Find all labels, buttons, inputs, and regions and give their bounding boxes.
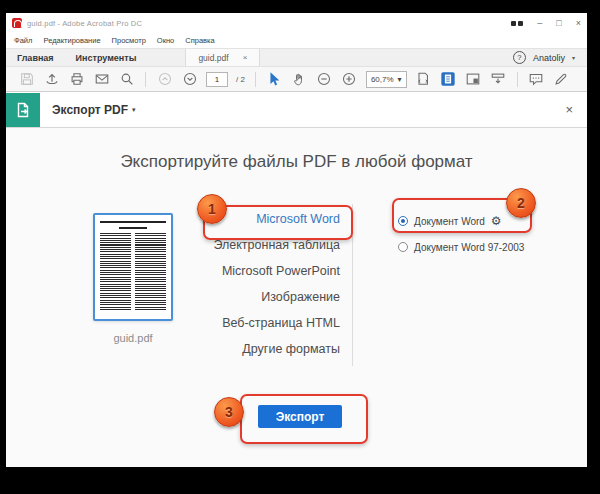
chevron-down-icon: ▾ [398,75,402,84]
tab-home[interactable]: Главная [6,49,65,66]
search-icon[interactable] [118,71,135,88]
menu-window[interactable]: Окно [157,36,174,45]
previous-page-icon[interactable] [156,71,173,88]
chevron-down-icon[interactable]: ▾ [132,106,136,114]
format-powerpoint[interactable]: Microsoft PowerPoint [136,258,340,284]
zoom-out-icon[interactable] [316,71,333,88]
select-tool-icon[interactable] [266,71,283,88]
hand-tool-icon[interactable] [291,71,308,88]
share-icon[interactable] [43,71,60,88]
zoom-in-icon[interactable] [341,71,358,88]
toolbar-separator [517,72,518,87]
email-icon[interactable] [93,71,110,88]
fill-sign-pen-icon[interactable] [553,71,570,88]
step-badge-1: 1 [197,194,227,224]
comment-icon[interactable] [528,71,545,88]
print-icon[interactable] [68,71,85,88]
hide-toolbar-icon[interactable] [490,71,507,88]
export-pdf-content: Экспортируйте файлы PDF в любой формат g… [6,128,587,467]
tab-bar: Главная Инструменты guid.pdf × ? Anatoli… [6,48,587,66]
menu-help[interactable]: Справка [185,36,214,45]
two-page-view-icon[interactable] [465,71,482,88]
radio-unselected-icon[interactable] [398,242,408,252]
panel-title: Экспорт PDF [52,103,128,117]
toolbar: / 2 60,7% ▾ [6,66,587,92]
option-word-97-2003[interactable]: Документ Word 97-2003 [398,238,524,256]
page-title: Экспортируйте файлы PDF в любой формат [6,152,587,172]
menu-bar: Файл Редактирование Просмотр Окно Справк… [6,33,587,48]
page-number-input[interactable] [206,72,228,87]
window-title: guid.pdf - Adobe Acrobat Pro DC [27,19,142,28]
help-icon[interactable]: ? [513,51,526,64]
maximize-button[interactable]: □ [556,19,561,28]
annotation-rect-3 [240,394,368,444]
tab-document-label: guid.pdf [198,53,228,63]
acrobat-window: guid.pdf - Adobe Acrobat Pro DC – □ × Фа… [6,13,587,467]
overlay-marker-icon [511,21,523,26]
option-label: Документ Word 97-2003 [414,242,524,253]
acrobat-app-icon [12,18,22,28]
menu-file[interactable]: Файл [14,36,32,45]
title-bar: guid.pdf - Adobe Acrobat Pro DC – □ × [6,13,587,33]
step-badge-2: 2 [506,188,536,218]
toolbar-separator [145,72,146,87]
export-pdf-icon [6,93,40,127]
tab-tools[interactable]: Инструменты [65,49,148,66]
screenshot-frame: guid.pdf - Adobe Acrobat Pro DC – □ × Фа… [0,0,600,494]
toolbar-separator [255,72,256,87]
save-icon[interactable] [18,71,35,88]
menu-edit[interactable]: Редактирование [43,36,100,45]
tab-close-icon[interactable]: × [243,53,248,62]
zoom-level-dropdown[interactable]: 60,7% ▾ [366,71,407,88]
export-pdf-panel-header: Экспорт PDF ▾ × [6,92,587,128]
format-other[interactable]: Другие форматы [136,336,340,362]
close-button[interactable]: × [576,19,581,28]
tab-document[interactable]: guid.pdf × [185,49,260,66]
user-menu[interactable]: Anatoliy [533,53,565,63]
fit-width-icon[interactable] [415,71,432,88]
menu-view[interactable]: Просмотр [112,36,146,45]
minimize-button[interactable]: – [537,19,542,28]
chevron-down-icon: ▾ [572,54,575,61]
format-image[interactable]: Изображение [136,284,340,310]
panel-close-icon[interactable]: × [565,102,573,117]
page-view-active-icon[interactable] [440,71,457,88]
step-badge-3: 3 [214,397,244,427]
page-total-label: / 2 [236,75,245,84]
zoom-level-value: 60,7% [371,75,394,84]
next-page-icon[interactable] [181,71,198,88]
format-html[interactable]: Веб-страница HTML [136,310,340,336]
